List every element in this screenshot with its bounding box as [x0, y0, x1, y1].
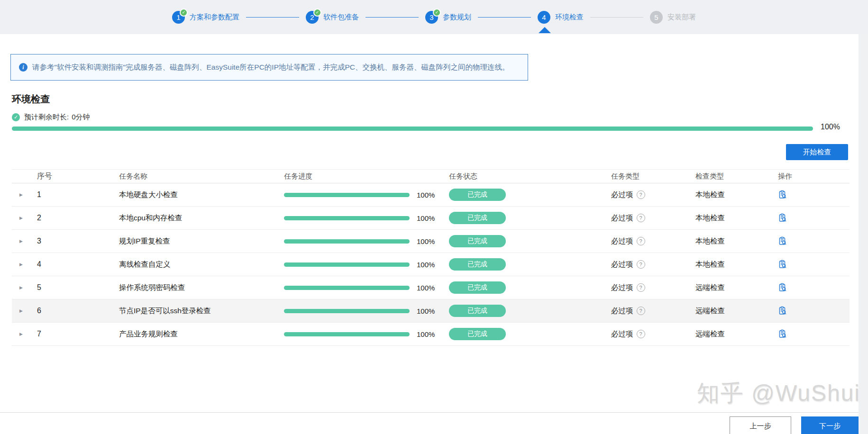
remaining-time: ✓ 预计剩余时长: 0分钟	[12, 113, 90, 122]
expand-arrow-icon[interactable]: ▶	[19, 308, 23, 313]
expand-arrow-icon[interactable]: ▶	[19, 285, 23, 290]
step-env-check[interactable]: 4 环境检查	[538, 11, 584, 24]
task-name: 节点IP是否可以ssh登录检查	[118, 306, 283, 316]
expand-arrow-icon[interactable]: ▶	[19, 262, 23, 267]
header-check-type: 检查类型	[694, 172, 777, 181]
table-row[interactable]: ▶ 3 规划IP重复检查 100% 已完成 必过项? 本地检查	[12, 230, 850, 253]
info-banner: i 请参考"软件安装和调测指南"完成服务器、磁盘阵列、EasySuite所在PC…	[10, 54, 528, 81]
row-no: 1	[36, 190, 118, 199]
help-icon[interactable]: ?	[637, 307, 645, 315]
step-install-deploy: 5 安装部署	[650, 11, 696, 24]
check-type: 远端检查	[694, 329, 777, 339]
step-2-circle: 2✓	[306, 11, 319, 24]
step-3-circle: 3✓	[425, 11, 438, 24]
table-row[interactable]: ▶ 6 节点IP是否可以ssh登录检查 100% 已完成 必过项? 远端检查	[12, 299, 850, 323]
table-header-row: 序号 任务名称 任务进度 任务状态 任务类型 检查类型 操作	[12, 170, 850, 183]
header-status: 任务状态	[448, 172, 610, 181]
task-type: 必过项	[611, 190, 633, 200]
view-report-icon[interactable]	[778, 283, 787, 292]
next-step-button[interactable]: 下一步	[801, 416, 859, 434]
task-name: 本地硬盘大小检查	[118, 190, 283, 200]
step-done-check-icon: ✓	[433, 9, 441, 17]
table-row[interactable]: ▶ 5 操作系统弱密码检查 100% 已完成 必过项? 远端检查	[12, 276, 850, 299]
step-plan-config[interactable]: 1✓ 方案和参数配置	[172, 11, 239, 24]
scrollbar-track[interactable]	[859, 34, 868, 434]
view-report-icon[interactable]	[778, 213, 787, 223]
watermark: 知乎 @WuShui	[697, 378, 860, 408]
task-name: 操作系统弱密码检查	[118, 283, 283, 293]
task-progress-bar	[284, 262, 410, 267]
task-name: 产品业务规则检查	[118, 329, 283, 339]
row-no: 7	[36, 330, 118, 338]
step-4-circle: 4	[538, 11, 550, 24]
step-package-prep[interactable]: 2✓ 软件包准备	[306, 11, 359, 24]
task-progress-bar	[284, 332, 410, 336]
task-progress-percent: 100%	[417, 261, 435, 269]
expand-arrow-icon[interactable]: ▶	[19, 239, 23, 244]
help-icon[interactable]: ?	[637, 190, 645, 199]
step-1-circle: 1✓	[172, 11, 185, 24]
task-progress-bar	[284, 309, 410, 313]
row-no: 6	[36, 307, 118, 315]
expand-arrow-icon[interactable]: ▶	[19, 192, 23, 197]
step-connector	[478, 17, 531, 18]
check-type: 远端检查	[694, 306, 777, 316]
view-report-icon[interactable]	[778, 306, 787, 316]
task-progress-percent: 100%	[417, 191, 435, 199]
view-report-icon[interactable]	[778, 236, 787, 246]
step-label: 参数规划	[443, 13, 471, 22]
task-type: 必过项	[611, 306, 633, 316]
expand-arrow-icon[interactable]: ▶	[19, 216, 23, 220]
help-icon[interactable]: ?	[637, 214, 645, 222]
task-type: 必过项	[611, 260, 633, 270]
task-type: 必过项	[611, 236, 633, 246]
view-report-icon[interactable]	[778, 260, 787, 269]
check-type: 本地检查	[694, 260, 777, 270]
remaining-time-label: 预计剩余时长:	[24, 113, 69, 122]
task-progress-bar	[284, 216, 410, 220]
remaining-time-value: 0分钟	[72, 113, 90, 122]
help-icon[interactable]: ?	[637, 283, 645, 292]
row-no: 4	[36, 260, 118, 269]
help-icon[interactable]: ?	[637, 260, 645, 269]
start-check-button[interactable]: 开始检查	[786, 144, 848, 160]
task-progress-percent: 100%	[417, 237, 435, 245]
task-progress-percent: 100%	[417, 214, 435, 222]
step-done-check-icon: ✓	[180, 9, 188, 17]
help-icon[interactable]: ?	[637, 330, 645, 338]
step-label: 软件包准备	[323, 13, 359, 22]
page-title: 环境检查	[12, 93, 50, 106]
task-progress-bar	[284, 239, 410, 244]
row-no: 3	[36, 237, 118, 245]
header-progress: 任务进度	[283, 172, 448, 181]
table-row[interactable]: ▶ 2 本地cpu和内存检查 100% 已完成 必过项? 本地检查	[12, 207, 850, 230]
step-param-plan[interactable]: 3✓ 参数规划	[425, 11, 471, 24]
task-name: 离线检查自定义	[118, 260, 283, 270]
previous-step-button[interactable]: 上一步	[730, 416, 791, 434]
table-row[interactable]: ▶ 1 本地硬盘大小检查 100% 已完成 必过项? 本地检查	[12, 183, 850, 207]
task-progress-bar	[284, 286, 410, 290]
install-wizard-page: 1✓ 方案和参数配置 2✓ 软件包准备 3✓ 参数规划 4 环境检查 5 安装部…	[0, 0, 868, 434]
info-banner-text: 请参考"软件安装和调测指南"完成服务器、磁盘阵列、EasySuite所在PC的I…	[32, 63, 510, 72]
task-progress-bar	[284, 193, 410, 197]
status-badge: 已完成	[449, 235, 506, 247]
info-icon: i	[19, 63, 27, 72]
view-report-icon[interactable]	[778, 190, 787, 199]
check-type: 本地检查	[694, 190, 777, 200]
view-report-icon[interactable]	[778, 329, 787, 339]
task-progress-percent: 100%	[417, 330, 435, 338]
step-done-check-icon: ✓	[313, 9, 321, 17]
status-badge: 已完成	[449, 305, 506, 317]
header-no: 序号	[36, 172, 118, 181]
expand-arrow-icon[interactable]: ▶	[19, 332, 23, 336]
task-name: 规划IP重复检查	[118, 236, 283, 246]
wizard-footer: 上一步 下一步	[0, 412, 859, 434]
check-type: 本地检查	[694, 213, 777, 223]
help-icon[interactable]: ?	[637, 237, 645, 245]
status-badge: 已完成	[449, 328, 506, 340]
status-badge: 已完成	[449, 281, 506, 294]
table-row[interactable]: ▶ 7 产品业务规则检查 100% 已完成 必过项? 远端检查	[12, 323, 850, 346]
table-row[interactable]: ▶ 4 离线检查自定义 100% 已完成 必过项? 本地检查	[12, 253, 850, 276]
task-type: 必过项	[611, 213, 633, 223]
header-operation: 操作	[777, 172, 850, 181]
